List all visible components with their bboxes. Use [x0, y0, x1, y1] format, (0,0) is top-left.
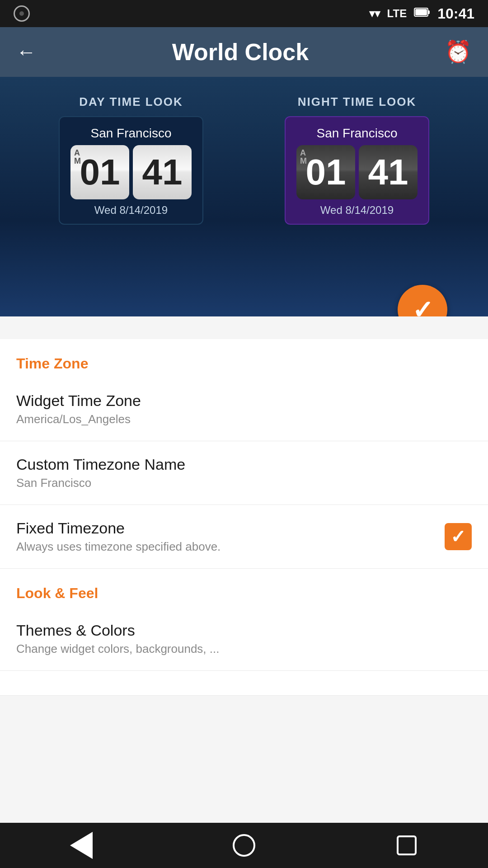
svg-rect-1 — [428, 10, 430, 14]
night-am-indicator: AM — [300, 149, 307, 165]
day-time-preview: DAY TIME LOOK San Francisco AM 01 41 Wed… — [59, 95, 203, 225]
day-date: Wed 8/14/2019 — [94, 204, 168, 217]
themes-colors-text: Themes & Colors Change widget colors, ba… — [16, 622, 472, 656]
nav-bar — [0, 823, 488, 868]
checkbox-check-icon: ✓ — [450, 526, 466, 547]
day-clock-digits: AM 01 41 — [70, 145, 192, 199]
night-time-preview: NIGHT TIME LOOK San Francisco AM 01 41 W… — [285, 95, 429, 225]
night-minute-value: 41 — [368, 151, 408, 193]
day-minute-value: 41 — [142, 151, 183, 193]
fixed-timezone-text: Fixed Timezone Always uses timezone spec… — [16, 519, 445, 554]
day-hour-block: AM 01 — [70, 145, 129, 199]
page-title: World Clock — [172, 38, 309, 66]
nav-back-button[interactable] — [63, 827, 99, 863]
nav-recents-button[interactable] — [389, 827, 425, 863]
nav-back-icon — [70, 832, 93, 859]
night-hour-block: AM 01 — [296, 145, 355, 199]
status-bar: ▾▾ LTE 10:41 — [0, 0, 488, 27]
status-bar-left — [14, 5, 30, 22]
night-date: Wed 8/14/2019 — [320, 204, 394, 217]
battery-icon — [414, 7, 430, 20]
preview-section: DAY TIME LOOK San Francisco AM 01 41 Wed… — [0, 77, 488, 316]
settings-list: Time Zone Widget Time Zone America/Los_A… — [0, 339, 488, 696]
custom-timezone-text: Custom Timezone Name San Francisco — [16, 456, 472, 490]
day-clock-widget: San Francisco AM 01 41 Wed 8/14/2019 — [59, 116, 203, 225]
widget-timezone-item[interactable]: Widget Time Zone America/Los_Angeles — [0, 377, 488, 441]
night-hour-value: 01 — [306, 151, 346, 193]
nav-home-button[interactable] — [226, 827, 262, 863]
partial-item — [0, 671, 488, 696]
day-hour-value: 01 — [80, 151, 120, 193]
status-bar-right: ▾▾ LTE 10:41 — [369, 5, 474, 22]
fixed-timezone-item[interactable]: Fixed Timezone Always uses timezone spec… — [0, 505, 488, 569]
night-clock-widget: San Francisco AM 01 41 Wed 8/14/2019 — [285, 116, 429, 225]
svg-rect-2 — [415, 9, 427, 15]
fixed-timezone-title: Fixed Timezone — [16, 519, 445, 537]
themes-colors-subtitle: Change widget colors, backgrounds, ... — [16, 642, 472, 656]
widget-timezone-subtitle: America/Los_Angeles — [16, 412, 472, 426]
fixed-timezone-checkbox[interactable]: ✓ — [445, 523, 472, 550]
themes-colors-title: Themes & Colors — [16, 622, 472, 639]
day-minute-block: 41 — [133, 145, 192, 199]
wifi-icon: ▾▾ — [369, 7, 380, 20]
night-clock-digits: AM 01 41 — [296, 145, 418, 199]
camera-icon — [14, 5, 30, 22]
day-am-indicator: AM — [74, 149, 81, 165]
widget-timezone-title: Widget Time Zone — [16, 392, 472, 410]
app-bar: ← World Clock ⏰ — [0, 27, 488, 77]
themes-colors-item[interactable]: Themes & Colors Change widget colors, ba… — [0, 607, 488, 671]
custom-timezone-title: Custom Timezone Name — [16, 456, 472, 473]
nav-recents-icon — [397, 835, 417, 855]
custom-timezone-subtitle: San Francisco — [16, 476, 472, 490]
day-label: DAY TIME LOOK — [79, 95, 183, 109]
night-label: NIGHT TIME LOOK — [298, 95, 417, 109]
custom-timezone-item[interactable]: Custom Timezone Name San Francisco — [0, 441, 488, 505]
night-city-name: San Francisco — [317, 126, 398, 141]
alarm-icon[interactable]: ⏰ — [445, 39, 472, 65]
confirm-fab[interactable]: ✓ — [398, 285, 447, 316]
status-time: 10:41 — [437, 5, 474, 22]
lte-icon: LTE — [387, 7, 407, 20]
widget-timezone-text: Widget Time Zone America/Los_Angeles — [16, 392, 472, 426]
timezone-section-header: Time Zone — [0, 339, 488, 377]
check-icon: ✓ — [412, 295, 433, 317]
nav-home-icon — [233, 834, 255, 857]
night-minute-block: 41 — [359, 145, 418, 199]
back-button[interactable]: ← — [16, 41, 36, 63]
day-city-name: San Francisco — [91, 126, 172, 141]
lookfeel-section-header: Look & Feel — [0, 569, 488, 607]
fixed-timezone-subtitle: Always uses timezone specified above. — [16, 540, 445, 554]
